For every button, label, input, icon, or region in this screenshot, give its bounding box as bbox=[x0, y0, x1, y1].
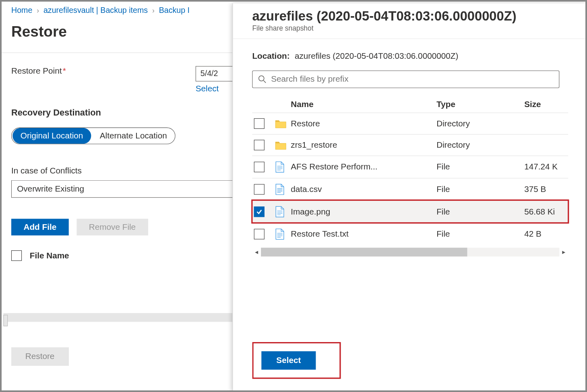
file-type: Directory bbox=[436, 140, 524, 150]
file-name: zrs1_restore bbox=[291, 140, 436, 150]
file-name: Image.png bbox=[291, 207, 436, 217]
row-checkbox[interactable] bbox=[254, 118, 265, 129]
scroll-left-icon[interactable]: ◄ bbox=[252, 248, 261, 256]
table-row[interactable]: zrs1_restoreDirectory bbox=[252, 134, 568, 155]
search-field[interactable] bbox=[271, 74, 554, 84]
size-column-header[interactable]: Size bbox=[524, 99, 568, 109]
file-name: Restore bbox=[291, 119, 436, 128]
select-restore-point-link[interactable]: Select bbox=[196, 84, 219, 94]
file-type: File bbox=[436, 229, 524, 239]
table-row[interactable]: RestoreDirectory bbox=[252, 113, 568, 134]
file-icon bbox=[275, 184, 291, 195]
file-picker-panel: azurefiles (2020-05-04T08:03:06.0000000Z… bbox=[232, 3, 587, 392]
file-type: Directory bbox=[436, 119, 524, 128]
svg-point-0 bbox=[259, 76, 264, 81]
alternate-location-option[interactable]: Alternate Location bbox=[92, 128, 175, 144]
remove-file-button[interactable]: Remove File bbox=[76, 219, 148, 235]
row-checkbox[interactable] bbox=[254, 140, 265, 150]
table-row[interactable]: Restore Test.txtFile42 B bbox=[252, 223, 568, 245]
add-file-button[interactable]: Add File bbox=[11, 219, 69, 235]
row-checkbox[interactable] bbox=[254, 162, 265, 172]
search-input[interactable] bbox=[252, 70, 559, 88]
panel-title: azurefiles (2020-05-04T08:03:06.0000000Z… bbox=[252, 8, 577, 23]
file-icon bbox=[275, 229, 291, 240]
chevron-right-icon: › bbox=[152, 7, 155, 15]
restore-point-label: Restore Point* bbox=[11, 66, 196, 76]
folder-icon bbox=[275, 119, 291, 128]
table-row[interactable]: AFS Restore Perform...File147.24 K bbox=[252, 156, 568, 178]
breadcrumb-vault[interactable]: azurefilesvault | Backup items bbox=[43, 6, 148, 15]
select-button-highlight: Select bbox=[252, 342, 341, 379]
search-icon bbox=[258, 75, 267, 84]
file-name: AFS Restore Perform... bbox=[291, 162, 436, 172]
row-checkbox[interactable] bbox=[254, 184, 265, 194]
file-name-column-header: File Name bbox=[30, 251, 69, 260]
scroll-right-icon[interactable]: ► bbox=[559, 248, 568, 256]
breadcrumb-backup[interactable]: Backup I bbox=[159, 6, 190, 15]
select-all-files-checkbox[interactable] bbox=[11, 250, 22, 261]
file-icon bbox=[275, 161, 291, 173]
table-row[interactable]: data.csvFile375 B bbox=[252, 178, 568, 200]
select-button[interactable]: Select bbox=[261, 351, 316, 370]
divider bbox=[233, 39, 587, 39]
file-name: Restore Test.txt bbox=[291, 229, 436, 239]
chevron-right-icon: › bbox=[37, 7, 39, 15]
restore-button[interactable]: Restore bbox=[11, 347, 68, 366]
table-row[interactable]: Image.pngFile56.68 Ki bbox=[252, 200, 568, 223]
file-type: File bbox=[436, 185, 524, 194]
file-size: 375 B bbox=[524, 185, 568, 194]
collapsed-panel-indicator[interactable] bbox=[3, 315, 8, 326]
file-type: File bbox=[436, 207, 524, 217]
breadcrumb-home[interactable]: Home bbox=[11, 6, 32, 15]
file-size: 42 B bbox=[524, 229, 568, 239]
location-row: Location: azurefiles (2020-05-04T08:03:0… bbox=[252, 51, 577, 61]
row-checkbox[interactable] bbox=[254, 206, 265, 217]
type-column-header[interactable]: Type bbox=[436, 99, 524, 109]
svg-line-1 bbox=[264, 80, 266, 83]
panel-subtitle: File share snapshot bbox=[252, 25, 577, 33]
table-scrollbar[interactable]: ◄ ► bbox=[252, 248, 568, 256]
recovery-destination-toggle: Original Location Alternate Location bbox=[11, 128, 175, 144]
file-type: File bbox=[436, 162, 524, 172]
original-location-option[interactable]: Original Location bbox=[12, 128, 91, 144]
file-icon bbox=[275, 206, 291, 217]
file-size: 56.68 Ki bbox=[524, 207, 568, 217]
name-column-header[interactable]: Name bbox=[291, 99, 436, 109]
file-size: 147.24 K bbox=[524, 162, 568, 172]
file-name: data.csv bbox=[291, 185, 436, 194]
row-checkbox[interactable] bbox=[254, 229, 265, 239]
file-table: Name Type Size RestoreDirectoryzrs1_rest… bbox=[252, 96, 568, 256]
folder-icon bbox=[275, 140, 291, 150]
